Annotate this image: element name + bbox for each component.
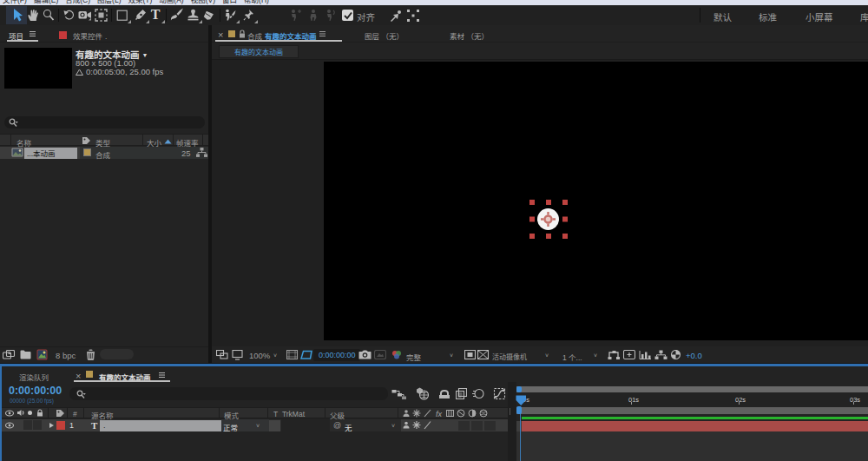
svg-text:fx: fx <box>436 410 443 418</box>
